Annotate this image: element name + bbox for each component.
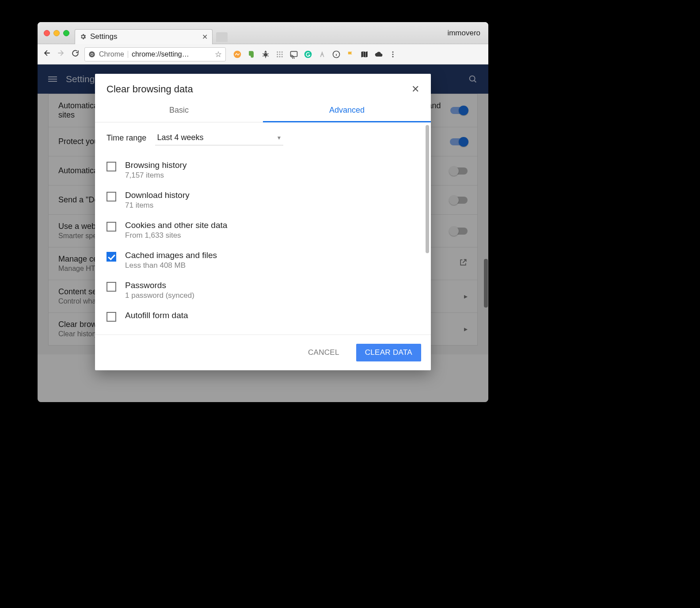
tab-title: Settings [90,32,117,41]
dialog-scrollbar[interactable] [426,125,429,253]
svg-point-8 [277,53,278,55]
settings-page: Settings Automatically send some system … [38,65,488,402]
bookmark-star-icon[interactable]: ☆ [215,49,222,59]
svg-point-10 [282,53,283,55]
clear-data-option[interactable]: Cached images and filesLess than 408 MB [107,245,419,275]
option-label: Download history [125,190,190,200]
extension-grid-icon[interactable] [275,50,284,59]
tab-close-button[interactable]: ✕ [202,33,208,41]
checkbox[interactable] [107,162,116,171]
nav-reload-button[interactable] [70,49,80,60]
chrome-icon [88,51,95,58]
clear-data-option[interactable]: Cookies and other site dataFrom 1,633 si… [107,215,419,245]
svg-point-6 [279,51,281,53]
svg-point-15 [304,50,312,58]
window-zoom-button[interactable] [63,30,69,36]
svg-point-12 [279,56,281,57]
svg-point-11 [277,56,278,57]
extension-info-icon[interactable] [332,50,341,59]
option-sublabel: 7,157 items [125,171,186,180]
option-label: Passwords [125,281,194,290]
omnibox-separator [128,51,128,58]
dialog-title: Clear browsing data [107,84,193,95]
tab-basic[interactable]: Basic [95,99,263,122]
dialog-footer: CANCEL CLEAR DATA [95,334,431,370]
extension-similarweb-icon[interactable] [233,50,242,59]
extension-bug-icon[interactable] [261,50,270,59]
time-range-select[interactable]: Last 4 weeks ▼ [155,130,283,145]
option-sublabel: From 1,633 sites [125,231,227,240]
window-titlebar: Settings ✕ immovero [38,22,488,44]
svg-point-2 [91,53,93,55]
option-sublabel: Less than 408 MB [125,261,217,270]
window-minimize-button[interactable] [53,30,60,36]
browser-tab[interactable]: Settings ✕ [75,29,213,44]
extension-evernote-icon[interactable] [247,50,256,59]
omnibox-origin-label: Chrome [99,50,124,58]
option-label: Cookies and other site data [125,220,227,230]
option-label: Cached images and files [125,251,217,260]
clear-data-button[interactable]: CLEAR DATA [356,344,421,361]
svg-point-9 [279,53,281,55]
clear-data-option[interactable]: Browsing history7,157 items [107,155,419,185]
svg-point-13 [282,56,283,57]
svg-rect-14 [291,51,297,57]
extension-cloud-icon[interactable] [374,50,383,59]
extension-books-icon[interactable] [360,50,369,59]
cancel-button[interactable]: CANCEL [299,344,348,361]
svg-point-7 [282,51,283,53]
extension-grammarly-icon[interactable] [304,50,312,59]
checkbox[interactable] [107,312,116,322]
dialog-body: Time range Last 4 weeks ▼ Browsing histo… [95,122,431,334]
tab-advanced[interactable]: Advanced [263,99,431,122]
svg-point-19 [392,56,394,57]
extension-cast-icon[interactable] [289,50,298,59]
dialog-tabs: Basic Advanced [95,99,431,122]
browser-menu-icon[interactable] [388,50,397,59]
checkbox[interactable] [107,192,116,201]
option-label: Autofill form data [125,311,188,320]
gear-icon [80,33,87,40]
window-traffic-lights [44,30,69,36]
nav-forward-button[interactable] [56,49,66,60]
chevron-down-icon: ▼ [276,135,282,141]
svg-point-5 [277,51,278,53]
options-list: Browsing history7,157 itemsDownload hist… [107,155,419,327]
svg-point-4 [264,53,267,56]
time-range-value: Last 4 weeks [157,133,203,142]
extension-lambda-icon[interactable] [318,50,327,59]
svg-point-17 [392,51,394,53]
extension-row [233,50,397,59]
checkbox[interactable] [107,282,116,292]
time-range-label: Time range [107,133,146,143]
clear-data-option[interactable]: Autofill form data [107,305,419,327]
checkbox[interactable] [107,222,116,232]
option-sublabel: 1 password (synced) [125,291,194,300]
clear-browsing-data-dialog: Clear browsing data ✕ Basic Advanced Tim… [95,74,431,370]
svg-point-18 [392,53,394,55]
browser-window: Settings ✕ immovero Chrome chrome://sett… [38,22,488,402]
dialog-close-button[interactable]: ✕ [411,84,419,95]
omnibox-url: chrome://setting… [132,50,211,58]
option-label: Browsing history [125,160,186,170]
new-tab-button[interactable] [216,32,228,42]
omnibox[interactable]: Chrome chrome://setting… ☆ [84,47,226,61]
option-sublabel: 71 items [125,201,190,210]
nav-back-button[interactable] [42,49,52,60]
profile-name[interactable]: immovero [447,29,480,38]
clear-data-option[interactable]: Passwords1 password (synced) [107,275,419,305]
extension-flag-icon[interactable] [346,50,355,59]
browser-toolbar: Chrome chrome://setting… ☆ [38,44,488,65]
clear-data-option[interactable]: Download history71 items [107,185,419,215]
window-close-button[interactable] [44,30,50,36]
checkbox[interactable] [107,252,116,262]
time-range-row: Time range Last 4 weeks ▼ [107,130,419,145]
